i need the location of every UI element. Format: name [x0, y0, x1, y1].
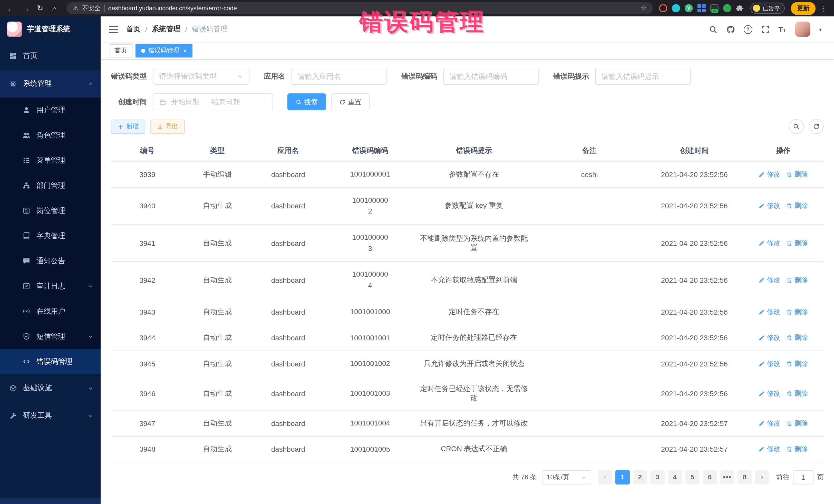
back-icon[interactable]: ← — [5, 2, 18, 14]
browser-profile-chip[interactable]: 已暂停 — [750, 3, 785, 14]
pager-page-button[interactable]: 6 — [703, 470, 717, 485]
edit-link[interactable]: 修改 — [759, 419, 780, 428]
sidebar-item[interactable]: 在线用户 — [0, 299, 101, 324]
edit-icon — [759, 391, 765, 397]
delete-link[interactable]: 删除 — [786, 276, 808, 285]
tab-active[interactable]: 错误码管理× — [135, 44, 193, 57]
error-hint-input[interactable] — [601, 72, 685, 80]
edit-link[interactable]: 修改 — [759, 239, 780, 248]
tab-item[interactable]: 首页 — [109, 44, 132, 57]
vue-devtools-icon[interactable]: V — [685, 4, 693, 12]
teal-drop-icon[interactable] — [672, 4, 680, 12]
column-header: 错误码提示 — [415, 140, 533, 161]
font-size-icon[interactable]: TT — [778, 25, 786, 33]
cell-code: 1001001001 — [325, 325, 415, 351]
sidebar-item[interactable]: 基础设施 — [0, 374, 101, 402]
edit-icon — [759, 171, 765, 178]
edit-link[interactable]: 修改 — [759, 389, 780, 398]
pager-page-button[interactable]: 2 — [633, 470, 647, 485]
hamburger-icon[interactable] — [109, 26, 118, 33]
sidebar-item[interactable]: 通知公告 — [0, 248, 101, 273]
forward-icon[interactable]: → — [20, 2, 32, 14]
sidebar-item[interactable]: 首页 — [0, 42, 101, 70]
sidebar-item[interactable]: 系统管理 — [0, 70, 101, 97]
search-icon[interactable] — [708, 25, 717, 34]
sidebar-item[interactable]: 字典管理 — [0, 223, 101, 248]
extensions-puzzle-icon[interactable] — [736, 4, 744, 12]
delete-link[interactable]: 删除 — [786, 419, 808, 428]
sidebar-item[interactable]: 用户管理 — [0, 97, 101, 123]
pager-page-button[interactable]: 5 — [685, 470, 700, 485]
breadcrumb-item[interactable]: 系统管理 — [152, 25, 181, 34]
edit-link[interactable]: 修改 — [759, 201, 780, 211]
cell-hint: CRON 表达式不正确 — [415, 436, 533, 462]
delete-link[interactable]: 删除 — [786, 239, 808, 248]
next-page-button[interactable]: › — [755, 470, 769, 485]
pager-more-button[interactable]: ••• — [720, 470, 734, 485]
address-bar[interactable]: ⚠ 不安全 dashboard.yudao.iocoder.cn/system/… — [67, 2, 653, 14]
prev-page-button[interactable]: ‹ — [598, 470, 612, 485]
close-icon[interactable]: × — [183, 47, 187, 54]
delete-link[interactable]: 删除 — [786, 333, 808, 343]
browser-menu-icon[interactable]: ⋮ — [817, 4, 829, 12]
caret-down-icon[interactable]: ▾ — [819, 26, 822, 32]
pager-page-button[interactable]: 4 — [668, 470, 682, 485]
goto-page: 前往 页 — [776, 470, 824, 485]
sidebar-item[interactable]: 研发工具 — [0, 402, 101, 430]
edit-link[interactable]: 修改 — [759, 359, 780, 369]
error-type-select[interactable]: 请选择错误码类型 — [153, 68, 249, 85]
pager-page-button[interactable]: 3 — [650, 470, 665, 485]
leaf-icon[interactable] — [723, 4, 731, 12]
search-button[interactable]: 搜索 — [287, 93, 326, 110]
user-avatar[interactable] — [795, 22, 810, 37]
fullscreen-icon[interactable] — [761, 25, 770, 34]
reset-button[interactable]: 重置 — [331, 93, 370, 110]
delete-link[interactable]: 删除 — [786, 307, 808, 316]
table-row: 3942自动生成dashboard100100000 4不允许获取敏感配置到前端… — [111, 262, 824, 299]
delete-link[interactable]: 删除 — [786, 201, 808, 211]
cell-remark — [533, 187, 646, 224]
date-range-picker[interactable]: 开始日期 - 结束日期 — [153, 93, 273, 110]
reload-icon[interactable]: ↻ — [34, 2, 46, 14]
cell-operations: 修改删除 — [743, 262, 824, 299]
refresh-table-button[interactable] — [809, 119, 824, 134]
recorder-on-icon[interactable]: on — [710, 4, 719, 12]
app-name-input[interactable] — [298, 72, 381, 80]
sidebar-collapse-bar[interactable] — [0, 498, 101, 504]
sidebar-item[interactable]: 角色管理 — [0, 123, 101, 148]
github-icon[interactable] — [726, 25, 735, 34]
error-code-input[interactable] — [449, 72, 533, 80]
page-size-select[interactable]: 10条/页 — [542, 470, 591, 485]
edit-link[interactable]: 修改 — [759, 170, 780, 179]
record-ring-icon[interactable] — [659, 4, 667, 12]
home-icon[interactable]: ⌂ — [48, 2, 61, 14]
sidebar-item[interactable]: 短信管理 — [0, 324, 101, 349]
sidebar-logo[interactable]: 芋道管理系统 — [0, 17, 101, 42]
help-icon[interactable]: ? — [743, 25, 752, 34]
edit-link[interactable]: 修改 — [759, 276, 780, 285]
delete-link[interactable]: 删除 — [786, 445, 808, 454]
sidebar-item[interactable]: 部门管理 — [0, 173, 101, 198]
export-button[interactable]: 导出 — [150, 119, 185, 134]
pager-page-button[interactable]: 1 — [615, 470, 630, 485]
delete-link[interactable]: 删除 — [786, 170, 808, 179]
sidebar-item-label: 首页 — [23, 51, 38, 61]
delete-link[interactable]: 删除 — [786, 389, 808, 398]
breadcrumb-item[interactable]: 首页 — [126, 25, 140, 34]
pager-page-button[interactable]: 8 — [738, 470, 752, 485]
delete-link[interactable]: 删除 — [786, 359, 808, 369]
apps-grid-icon[interactable] — [698, 4, 706, 12]
bookmark-star-icon[interactable]: ☆ — [640, 4, 647, 12]
sidebar-item[interactable]: 审计日志 — [0, 273, 101, 299]
sidebar-item[interactable]: 菜单管理 — [0, 148, 101, 173]
show-search-toggle-button[interactable] — [789, 119, 804, 134]
edit-link[interactable]: 修改 — [759, 307, 780, 316]
edit-link[interactable]: 修改 — [759, 445, 780, 454]
add-button[interactable]: 新增 — [111, 119, 145, 134]
browser-update-button[interactable]: 更新 — [791, 2, 815, 15]
dictionary-icon — [23, 232, 30, 240]
goto-page-input[interactable] — [793, 470, 813, 485]
sidebar-item[interactable]: 错误码管理 — [0, 349, 101, 374]
sidebar-item[interactable]: 岗位管理 — [0, 198, 101, 223]
edit-link[interactable]: 修改 — [759, 333, 780, 343]
